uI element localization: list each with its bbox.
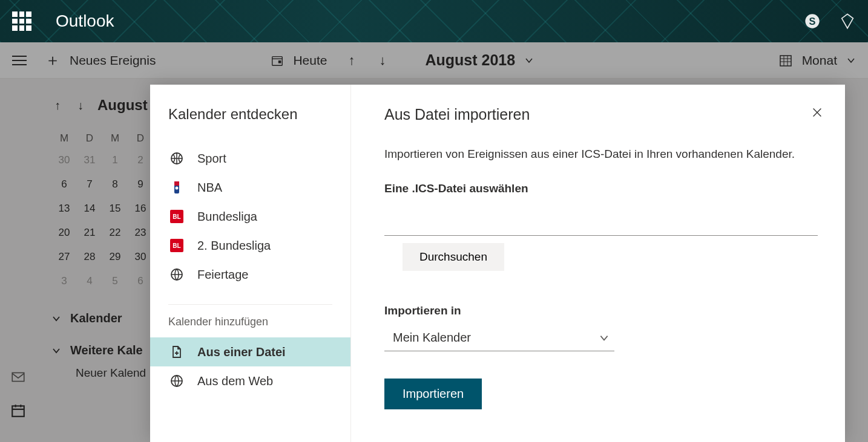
category-label: Feiertage [197, 268, 249, 282]
globe-icon [169, 267, 184, 282]
svg-text:S: S [809, 16, 816, 27]
basketball-icon [169, 151, 184, 166]
bundesliga2-icon: BL [169, 238, 184, 253]
app-name: Outlook [56, 11, 114, 31]
app-launcher-icon[interactable] [12, 11, 31, 31]
import-button[interactable]: Importieren [384, 379, 482, 409]
category-label: NBA [197, 181, 222, 195]
category-label: 2. Bundesliga [197, 239, 271, 253]
svg-rect-9 [174, 181, 179, 186]
premium-icon[interactable] [839, 13, 856, 30]
add-calendar-item[interactable]: Aus einer Datei [150, 337, 350, 366]
dialog-nav-pane: Kalender entdecken SportNBABLBundesligaB… [150, 85, 351, 442]
add-calendar-item[interactable]: Aus dem Web [168, 366, 350, 395]
close-dialog-button[interactable] [810, 106, 824, 122]
add-calendar-dialog: Kalender entdecken SportNBABLBundesligaB… [150, 85, 845, 442]
browse-button[interactable]: Durchsuchen [403, 243, 504, 271]
discover-category-item[interactable]: Sport [168, 144, 350, 173]
svg-point-10 [176, 187, 179, 190]
discover-category-item[interactable]: BL2. Bundesliga [168, 231, 350, 260]
file-path-input[interactable] [384, 203, 818, 236]
import-target-label: Importieren in [384, 304, 818, 317]
chevron-down-icon [599, 333, 610, 343]
add-source-label: Aus dem Web [197, 374, 273, 388]
discover-category-item[interactable]: BLBundesliga [168, 202, 350, 231]
category-label: Sport [197, 152, 226, 166]
target-calendar-select[interactable]: Mein Kalender [384, 325, 614, 351]
app-header: Outlook S [0, 0, 868, 42]
nba-icon [169, 180, 184, 195]
choose-file-label: Eine .ICS-Datei auswählen [384, 182, 818, 195]
skype-icon[interactable]: S [804, 13, 821, 30]
discover-category-item[interactable]: NBA [168, 173, 350, 202]
file-add-icon [169, 345, 184, 359]
import-description: Importieren von Ereignissen aus einer IC… [384, 148, 818, 161]
add-calendar-subhead: Kalender hinzufügen [168, 316, 350, 328]
add-source-label: Aus einer Datei [197, 345, 286, 359]
import-from-file-title: Aus Datei importieren [384, 106, 818, 123]
category-label: Bundesliga [197, 210, 257, 224]
dialog-content-pane: Aus Datei importieren Importieren von Er… [351, 85, 845, 442]
divider [168, 304, 332, 305]
web-icon [169, 374, 184, 388]
bundesliga-icon: BL [169, 209, 184, 224]
close-icon [810, 106, 824, 119]
target-calendar-value: Mein Kalender [393, 331, 471, 345]
discover-calendars-title: Kalender entdecken [168, 106, 350, 123]
discover-category-item[interactable]: Feiertage [168, 260, 350, 289]
